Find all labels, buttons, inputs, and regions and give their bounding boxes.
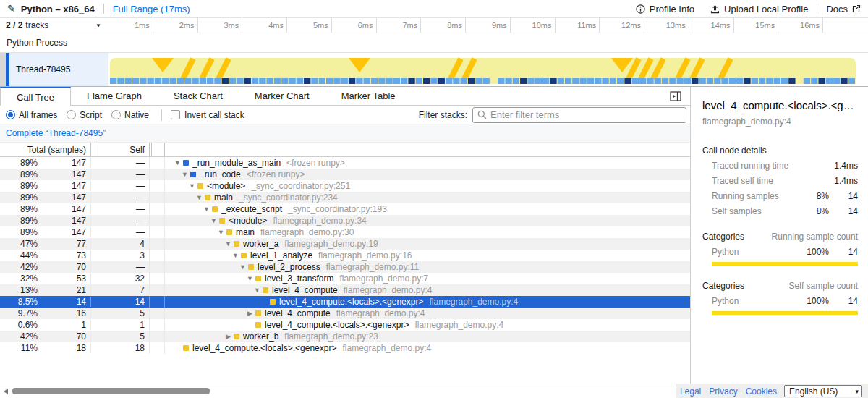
radio-script[interactable]: Script: [67, 110, 102, 120]
row-icon-cell: [149, 192, 164, 203]
expand-toggle-icon[interactable]: ▼: [216, 229, 226, 236]
table-row[interactable]: 89%147—▼_execute_script_sync_coordinator…: [0, 203, 690, 215]
expand-toggle-icon[interactable]: ▼: [231, 252, 240, 259]
thread-track[interactable]: Thread-78495: [0, 53, 868, 86]
table-row[interactable]: 44%733▼level_1_analyzeflamegraph_demo.py…: [0, 250, 690, 261]
expand-toggle-icon[interactable]: ▼: [187, 182, 197, 190]
row-icon-cell: [149, 331, 164, 342]
thread-track-label[interactable]: Thread-78495: [9, 53, 109, 86]
category-square-icon: [248, 264, 254, 270]
expand-toggle-icon[interactable]: ▼: [173, 159, 182, 166]
table-row[interactable]: 9.7%165▶level_4_computeflamegraph_demo.p…: [0, 308, 690, 319]
table-row[interactable]: 11%1818level_4_compute.<locals>.<genexpr…: [0, 342, 690, 354]
table-row[interactable]: 32%5332▼level_3_transformflamegraph_demo…: [0, 273, 690, 284]
row-icon-cell: [149, 308, 164, 319]
filter-stacks-searchbox[interactable]: [472, 107, 686, 123]
table-row[interactable]: 42%705▶worker_bflamegraph_demo.py:23: [0, 331, 690, 342]
breadcrumb-root-link[interactable]: Complete “Thread-78495”: [6, 128, 106, 138]
docs-link[interactable]: Docs: [826, 4, 861, 14]
total-samples: 21: [38, 285, 90, 295]
total-percent: 89%: [0, 204, 38, 214]
expand-toggle-icon[interactable]: ▼: [224, 240, 233, 247]
footer-link-cookies[interactable]: Cookies: [746, 386, 777, 397]
table-row[interactable]: 42%70—▼level_2_processflamegraph_demo.py…: [0, 261, 690, 273]
thread-activity-graph[interactable]: [109, 53, 857, 86]
tab-call-tree[interactable]: Call Tree: [0, 87, 71, 106]
expand-toggle-icon[interactable]: ▼: [180, 171, 190, 178]
table-row[interactable]: 89%147—▼_run_module_as_main<frozen runpy…: [0, 157, 690, 169]
tab-marker-chart[interactable]: Marker Chart: [239, 87, 326, 105]
table-row[interactable]: 89%147—▼mainflamegraph_demo.py:30: [0, 226, 690, 238]
chevron-down-icon: ▾: [846, 388, 859, 395]
table-row[interactable]: 47%774▼worker_aflamegraph_demo.py:19: [0, 238, 690, 250]
expand-toggle-icon[interactable]: ▼: [209, 217, 218, 224]
sidebar-toggle-icon: [670, 91, 681, 101]
table-row[interactable]: 89%147—▼_run_code<frozen runpy>: [0, 169, 690, 180]
total-samples: 16: [38, 308, 90, 318]
profile-info-button[interactable]: Profile Info: [636, 4, 694, 14]
process-track-label[interactable]: Python Process: [0, 33, 868, 53]
selected-node-file: flamegraph_demo.py:4: [702, 117, 858, 127]
table-row[interactable]: 89%147—▼<module>_sync_coordinator.py:251: [0, 180, 690, 192]
expand-toggle-icon[interactable]: ▼: [195, 194, 204, 201]
filter-stacks-input[interactable]: [490, 109, 681, 120]
bottom-bar: XLegalPrivacyCookies English (US) ▾: [0, 384, 868, 398]
file-location: flamegraph_demo.py:34: [273, 216, 366, 226]
invert-call-stack-checkbox[interactable]: Invert call stack: [171, 110, 244, 120]
column-header-total[interactable]: Total (samples): [0, 143, 90, 156]
file-location: flamegraph_demo.py:23: [284, 331, 378, 342]
table-row[interactable]: 13%217▼level_4_computeflamegraph_demo.py…: [0, 284, 690, 296]
footer-link-legal[interactable]: Legal: [680, 386, 701, 397]
expand-toggle-icon[interactable]: ▼: [202, 206, 211, 213]
scrollbar-thumb[interactable]: [12, 388, 210, 394]
chevron-down-icon: ▼: [95, 22, 101, 29]
radio-native[interactable]: Native: [111, 110, 149, 120]
expand-toggle-icon[interactable]: ▶: [224, 333, 233, 340]
file-location: flamegraph_demo.py:4: [344, 285, 433, 295]
full-range-link[interactable]: Full Range (17ms): [113, 4, 190, 14]
function-name: level_4_compute: [272, 285, 338, 295]
sidebar-toggle-button[interactable]: [661, 87, 690, 105]
footer-link-privacy[interactable]: Privacy: [709, 386, 737, 397]
total-samples: 70: [38, 331, 90, 342]
column-header-self[interactable]: Self: [90, 143, 149, 156]
table-row[interactable]: 0.6%11level_4_compute.<locals>.<genexpr>…: [0, 319, 690, 331]
tracks-dropdown[interactable]: 2 / 2 tracks ▼: [0, 18, 109, 33]
language-select[interactable]: English (US) ▾: [784, 385, 862, 397]
total-samples: 147: [38, 204, 90, 214]
row-icon-cell: [149, 226, 164, 238]
table-row[interactable]: 8.5%1414level_4_compute.<locals>.<genexp…: [0, 296, 690, 308]
total-samples: 70: [38, 262, 90, 272]
checkbox-icon: [171, 110, 180, 119]
row-icon-cell: [149, 180, 164, 192]
category-square-icon: [255, 310, 261, 316]
expand-toggle-icon[interactable]: ▼: [252, 287, 262, 294]
total-percent: 89%: [0, 181, 38, 191]
file-location: flamegraph_demo.py:30: [260, 227, 354, 237]
tab-flame-graph[interactable]: Flame Graph: [71, 87, 158, 105]
ruler-tick: 6ms: [332, 18, 377, 33]
file-location: flamegraph_demo.py:4: [414, 320, 503, 330]
radio-all-frames[interactable]: All frames: [6, 110, 57, 120]
function-name: <module>: [207, 181, 245, 191]
expand-toggle-icon[interactable]: ▼: [245, 275, 255, 282]
table-row[interactable]: 89%147—▼<module>flamegraph_demo.py:34: [0, 215, 690, 226]
tab-stack-chart[interactable]: Stack Chart: [158, 87, 239, 105]
tab-marker-table[interactable]: Marker Table: [326, 87, 412, 105]
expand-toggle-icon[interactable]: ▶: [245, 310, 255, 317]
function-name: _run_module_as_main: [192, 158, 281, 168]
upload-profile-button[interactable]: Upload Local Profile: [710, 4, 808, 14]
call-tree-rows: 89%147—▼_run_module_as_main<frozen runpy…: [0, 157, 690, 384]
row-icon-cell: [149, 319, 164, 331]
expand-toggle-icon[interactable]: ▼: [238, 263, 247, 271]
table-row[interactable]: 89%147—▼main_sync_coordinator.py:234: [0, 192, 690, 203]
horizontal-scrollbar[interactable]: [0, 384, 676, 398]
category-square-icon: [270, 299, 276, 305]
edit-profile-name-icon[interactable]: ✎: [7, 4, 16, 14]
total-percent: 13%: [0, 285, 38, 295]
sidebar: level_4_compute.<locals>.<genexpr> flame…: [690, 87, 868, 384]
file-location: _sync_coordinator.py:251: [251, 181, 350, 191]
file-location: flamegraph_demo.py:7: [339, 274, 428, 284]
scroll-left-arrow-icon[interactable]: [4, 389, 8, 394]
category-square-icon: [263, 287, 268, 293]
